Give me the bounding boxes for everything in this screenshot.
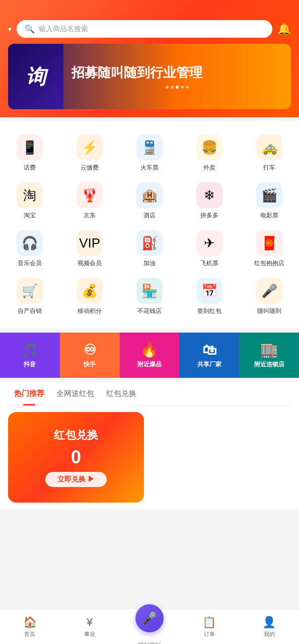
nav-icon: 📋 (202, 616, 216, 629)
app-icon: ♾ (84, 342, 96, 358)
grid-icon-item[interactable]: ✈ 飞机票 (179, 225, 239, 273)
dropdown-arrow-icon: ▾ (8, 25, 12, 33)
grid-icon-item[interactable]: 淘 淘宝 (0, 177, 60, 225)
grid-icon-item[interactable]: 🦞 京东 (60, 177, 120, 225)
app-bar: 🎵 抖音 ♾ 快手 🔥 附近爆品 🛍 共享厂家 🏬 附近连锁店 (0, 333, 299, 378)
redeem-button[interactable]: 立即兑换 ▶ (45, 472, 107, 487)
grid-icon-item[interactable]: 📱 话费 (0, 129, 60, 177)
nav-label: 首页 (24, 630, 35, 638)
grid-icon-item[interactable]: 🚕 打车 (239, 129, 299, 177)
icon-circle: 淘 (17, 182, 43, 208)
tab-2[interactable]: 红包兑换 (100, 382, 142, 406)
app-label: 共享厂家 (197, 360, 221, 369)
grid-icon-item[interactable]: 🍔 外卖 (179, 129, 239, 177)
icon-label: 视频会员 (78, 259, 102, 268)
redpacket-card[interactable]: 红包兑换 0 立即兑换 ▶ (8, 412, 144, 503)
icon-label: 签到红包 (197, 307, 221, 315)
icon-label: 不花钱店 (137, 307, 162, 315)
notification-bell-icon[interactable]: 🔔 (277, 23, 291, 36)
grid-icon-item[interactable]: VIP 视频会员 (60, 225, 120, 273)
banner-left-icon: 询 (8, 44, 63, 109)
grid-icon-item[interactable]: 🚆 火车票 (120, 129, 180, 177)
tabs-row: 热门推荐全网送红包红包兑换 (8, 382, 291, 406)
icon-circle: 🛒 (17, 278, 43, 304)
icon-circle: ⚡ (77, 134, 103, 160)
tabs-section: 热门推荐全网送红包红包兑换 (0, 382, 299, 406)
voice-button[interactable]: 🎤 (135, 604, 164, 632)
grid-icon-item[interactable]: 🎤 随叫随到 (239, 273, 299, 320)
grid-icon-item[interactable]: ⚡ 云缴费 (60, 129, 120, 177)
icon-label: 随叫随到 (257, 307, 281, 315)
icon-label: 火车票 (140, 164, 159, 172)
search-icon: 🔍 (25, 24, 35, 34)
icon-label: 外卖 (203, 164, 215, 172)
icon-circle: 🎤 (256, 278, 282, 304)
header: ▾ 🔍 输入商品名搜索 🔔 询 招募随叫随到行业管理 (0, 0, 299, 117)
grid-icon-item[interactable]: 📅 签到红包 (179, 273, 239, 320)
location-button[interactable]: ▾ (8, 25, 12, 33)
icon-circle: ❄ (196, 182, 222, 208)
app-icon: 🎵 (21, 342, 39, 358)
banner-content: 招募随叫随到行业管理 (63, 56, 291, 97)
icon-circle: 🎧 (17, 230, 43, 256)
grid-icon-item[interactable]: ⛽ 加油 (120, 225, 180, 273)
icon-label: 话费 (24, 164, 36, 172)
icon-label: 淘宝 (24, 211, 36, 220)
banner-dots (71, 86, 283, 89)
icon-grid-section: 📱 话费 ⚡ 云缴费 🚆 火车票 🍔 外卖 🚕 打车 淘 淘宝 🦞 京东 🏨 酒… (0, 121, 299, 329)
search-bar[interactable]: 🔍 输入商品名搜索 (17, 20, 272, 38)
icon-label: 自产自销 (18, 307, 42, 315)
nav-item-首页[interactable]: 🏠 首页 (0, 612, 60, 642)
icon-label: 电影票 (260, 211, 278, 220)
app-label: 附近连锁店 (254, 360, 284, 369)
nav-icon: 🏠 (23, 616, 37, 629)
app-label: 附近爆品 (137, 360, 162, 369)
dot-5 (186, 86, 189, 89)
grid-icon-item[interactable]: 🛒 自产自销 (0, 273, 60, 320)
icon-label: 拼多多 (200, 211, 218, 220)
grid-icon-item[interactable]: ❄ 拼多多 (179, 177, 239, 225)
app-bar-item-附近爆品[interactable]: 🔥 附近爆品 (120, 333, 180, 378)
grid-icon-item[interactable]: 🎬 电影票 (239, 177, 299, 225)
grid-icon-item[interactable]: 💰 移动积分 (60, 273, 120, 320)
card-section: 红包兑换 0 立即兑换 ▶ (0, 406, 299, 509)
nav-item-事业[interactable]: ¥ 事业 (60, 612, 120, 642)
nav-label: 我的 (264, 630, 275, 638)
dot-2 (171, 86, 174, 89)
nav-label: 事业 (84, 630, 95, 638)
card-title: 红包兑换 (54, 428, 98, 443)
app-bar-item-附近连锁店[interactable]: 🏬 附近连锁店 (239, 333, 299, 378)
icon-circle: ⛽ (136, 230, 163, 256)
app-bar-item-抖音[interactable]: 🎵 抖音 (0, 333, 60, 378)
dot-4 (181, 86, 184, 89)
app-icon: 🔥 (140, 342, 158, 358)
icon-circle: 📅 (196, 278, 222, 304)
icon-label: 音乐会员 (18, 259, 42, 268)
icon-circle: 🚕 (256, 134, 282, 160)
grid-icon-item[interactable]: 🏨 酒店 (120, 177, 180, 225)
grid-icon-item[interactable]: 🧧 红包抱抱店 (239, 225, 299, 273)
app-bar-item-共享厂家[interactable]: 🛍 共享厂家 (179, 333, 239, 378)
nav-item-订单[interactable]: 📋 订单 (179, 612, 239, 642)
app-bar-item-快手[interactable]: ♾ 快手 (60, 333, 120, 378)
banner-title: 招募随叫随到行业管理 (71, 64, 283, 82)
banner[interactable]: 询 招募随叫随到行业管理 (8, 44, 291, 109)
app-icon: 🏬 (260, 342, 278, 358)
grid-icon-item[interactable]: 🏪 不花钱店 (120, 273, 180, 320)
icon-label: 加油 (143, 259, 156, 268)
nav-center-item: 🎤 随叫随到 (120, 604, 180, 644)
nav-label: 订单 (204, 630, 215, 638)
dot-3 (176, 86, 179, 89)
search-placeholder: 输入商品名搜索 (39, 25, 88, 34)
tab-0[interactable]: 热门推荐 (8, 382, 50, 406)
app-label: 快手 (84, 360, 96, 369)
icon-grid: 📱 话费 ⚡ 云缴费 🚆 火车票 🍔 外卖 🚕 打车 淘 淘宝 🦞 京东 🏨 酒… (0, 129, 299, 320)
tab-1[interactable]: 全网送红包 (50, 382, 100, 406)
icon-label: 红包抱抱店 (254, 259, 284, 268)
icon-label: 移动积分 (78, 307, 102, 315)
app-icon: 🛍 (202, 342, 216, 358)
nav-item-我的[interactable]: 👤 我的 (239, 612, 299, 642)
icon-circle: 💰 (77, 278, 103, 304)
nav-icon: ¥ (87, 616, 93, 629)
grid-icon-item[interactable]: 🎧 音乐会员 (0, 225, 60, 273)
